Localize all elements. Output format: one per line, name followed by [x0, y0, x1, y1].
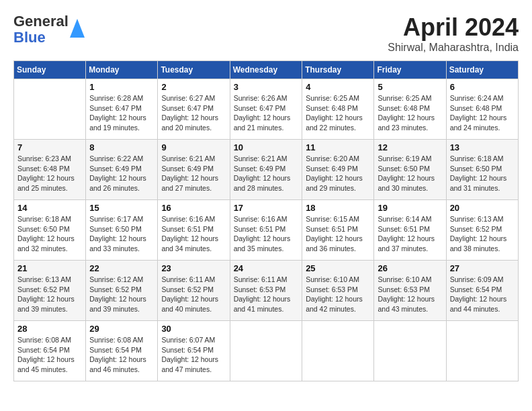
day-number: 8 — [89, 142, 154, 152]
calendar-header-wednesday: Wednesday — [230, 61, 302, 79]
day-number: 9 — [161, 142, 226, 152]
day-number: 21 — [17, 263, 82, 273]
day-number: 16 — [161, 203, 226, 213]
month-year-title: April 2024 — [388, 13, 519, 42]
calendar-week-row: 28Sunrise: 6:08 AM Sunset: 6:54 PM Dayli… — [14, 321, 519, 381]
calendar-cell: 30Sunrise: 6:07 AM Sunset: 6:54 PM Dayli… — [158, 321, 230, 381]
day-number: 7 — [17, 142, 82, 152]
day-number: 23 — [161, 263, 226, 273]
day-info: Sunrise: 6:13 AM Sunset: 6:52 PM Dayligh… — [450, 214, 515, 254]
calendar-cell — [230, 321, 302, 381]
calendar-cell: 2Sunrise: 6:27 AM Sunset: 6:47 PM Daylig… — [158, 79, 230, 140]
day-info: Sunrise: 6:28 AM Sunset: 6:47 PM Dayligh… — [89, 93, 154, 133]
day-info: Sunrise: 6:21 AM Sunset: 6:49 PM Dayligh… — [161, 154, 226, 193]
day-number: 13 — [450, 142, 515, 152]
calendar-cell: 20Sunrise: 6:13 AM Sunset: 6:52 PM Dayli… — [446, 200, 518, 261]
day-info: Sunrise: 6:08 AM Sunset: 6:54 PM Dayligh… — [89, 335, 154, 375]
day-number: 17 — [234, 203, 299, 213]
day-number: 28 — [17, 324, 82, 334]
day-info: Sunrise: 6:08 AM Sunset: 6:54 PM Dayligh… — [17, 335, 82, 375]
day-info: Sunrise: 6:17 AM Sunset: 6:50 PM Dayligh… — [89, 214, 154, 254]
day-number: 11 — [306, 142, 370, 152]
day-info: Sunrise: 6:25 AM Sunset: 6:48 PM Dayligh… — [378, 93, 442, 133]
logo-general: General — [13, 13, 69, 30]
calendar-cell: 3Sunrise: 6:26 AM Sunset: 6:47 PM Daylig… — [230, 79, 302, 140]
calendar-cell: 14Sunrise: 6:18 AM Sunset: 6:50 PM Dayli… — [14, 200, 86, 261]
calendar-cell: 17Sunrise: 6:16 AM Sunset: 6:51 PM Dayli… — [230, 200, 302, 261]
calendar-cell: 5Sunrise: 6:25 AM Sunset: 6:48 PM Daylig… — [374, 79, 446, 140]
location-subtitle: Shirwal, Maharashtra, India — [388, 42, 519, 54]
calendar-cell: 29Sunrise: 6:08 AM Sunset: 6:54 PM Dayli… — [86, 321, 158, 381]
day-number: 3 — [234, 82, 299, 92]
day-info: Sunrise: 6:09 AM Sunset: 6:54 PM Dayligh… — [450, 275, 515, 314]
calendar-cell: 12Sunrise: 6:19 AM Sunset: 6:50 PM Dayli… — [374, 140, 446, 200]
calendar-cell — [302, 321, 374, 381]
calendar-header-row: SundayMondayTuesdayWednesdayThursdayFrid… — [14, 61, 519, 79]
calendar-cell: 4Sunrise: 6:25 AM Sunset: 6:48 PM Daylig… — [302, 79, 374, 140]
day-number: 12 — [378, 142, 442, 152]
day-number: 30 — [161, 324, 226, 334]
calendar-cell: 1Sunrise: 6:28 AM Sunset: 6:47 PM Daylig… — [86, 79, 158, 140]
title-block: April 2024 Shirwal, Maharashtra, India — [388, 13, 519, 54]
calendar-table: SundayMondayTuesdayWednesdayThursdayFrid… — [13, 60, 519, 381]
logo: General Blue — [13, 13, 85, 46]
day-info: Sunrise: 6:26 AM Sunset: 6:47 PM Dayligh… — [234, 93, 299, 133]
day-number: 2 — [161, 82, 226, 92]
day-info: Sunrise: 6:25 AM Sunset: 6:48 PM Dayligh… — [306, 93, 370, 133]
day-info: Sunrise: 6:14 AM Sunset: 6:51 PM Dayligh… — [378, 214, 442, 254]
day-number: 22 — [89, 263, 154, 273]
day-number: 24 — [234, 263, 299, 273]
day-info: Sunrise: 6:27 AM Sunset: 6:47 PM Dayligh… — [161, 93, 226, 133]
calendar-cell: 15Sunrise: 6:17 AM Sunset: 6:50 PM Dayli… — [86, 200, 158, 261]
day-number: 29 — [89, 324, 154, 334]
calendar-cell — [446, 321, 518, 381]
day-info: Sunrise: 6:10 AM Sunset: 6:53 PM Dayligh… — [378, 275, 442, 314]
logo-icon — [70, 19, 85, 40]
calendar-cell: 13Sunrise: 6:18 AM Sunset: 6:50 PM Dayli… — [446, 140, 518, 200]
day-number: 1 — [89, 82, 154, 92]
page-header: General Blue April 2024 Shirwal, Maharas… — [13, 13, 519, 54]
calendar-cell: 6Sunrise: 6:24 AM Sunset: 6:48 PM Daylig… — [446, 79, 518, 140]
day-info: Sunrise: 6:15 AM Sunset: 6:51 PM Dayligh… — [306, 214, 370, 254]
day-number: 10 — [234, 142, 299, 152]
day-info: Sunrise: 6:12 AM Sunset: 6:52 PM Dayligh… — [89, 275, 154, 314]
calendar-cell: 7Sunrise: 6:23 AM Sunset: 6:48 PM Daylig… — [14, 140, 86, 200]
calendar-cell: 11Sunrise: 6:20 AM Sunset: 6:49 PM Dayli… — [302, 140, 374, 200]
calendar-week-row: 1Sunrise: 6:28 AM Sunset: 6:47 PM Daylig… — [14, 79, 519, 140]
calendar-cell: 21Sunrise: 6:13 AM Sunset: 6:52 PM Dayli… — [14, 261, 86, 321]
calendar-cell: 26Sunrise: 6:10 AM Sunset: 6:53 PM Dayli… — [374, 261, 446, 321]
day-info: Sunrise: 6:24 AM Sunset: 6:48 PM Dayligh… — [450, 93, 515, 133]
calendar-header-sunday: Sunday — [14, 61, 86, 79]
day-number: 5 — [378, 82, 442, 92]
day-number: 4 — [306, 82, 370, 92]
calendar-header-tuesday: Tuesday — [158, 61, 230, 79]
logo-blue: Blue — [13, 30, 69, 46]
day-info: Sunrise: 6:11 AM Sunset: 6:52 PM Dayligh… — [161, 275, 226, 314]
calendar-header-thursday: Thursday — [302, 61, 374, 79]
calendar-cell: 23Sunrise: 6:11 AM Sunset: 6:52 PM Dayli… — [158, 261, 230, 321]
day-info: Sunrise: 6:23 AM Sunset: 6:48 PM Dayligh… — [17, 154, 82, 193]
calendar-cell: 22Sunrise: 6:12 AM Sunset: 6:52 PM Dayli… — [86, 261, 158, 321]
day-info: Sunrise: 6:10 AM Sunset: 6:53 PM Dayligh… — [306, 275, 370, 314]
day-number: 14 — [17, 203, 82, 213]
calendar-cell: 19Sunrise: 6:14 AM Sunset: 6:51 PM Dayli… — [374, 200, 446, 261]
day-number: 15 — [89, 203, 154, 213]
day-info: Sunrise: 6:07 AM Sunset: 6:54 PM Dayligh… — [161, 335, 226, 375]
svg-marker-0 — [70, 19, 85, 38]
day-number: 19 — [378, 203, 442, 213]
day-info: Sunrise: 6:21 AM Sunset: 6:49 PM Dayligh… — [234, 154, 299, 193]
day-info: Sunrise: 6:16 AM Sunset: 6:51 PM Dayligh… — [234, 214, 299, 254]
calendar-cell: 9Sunrise: 6:21 AM Sunset: 6:49 PM Daylig… — [158, 140, 230, 200]
calendar-header-monday: Monday — [86, 61, 158, 79]
calendar-header-friday: Friday — [374, 61, 446, 79]
calendar-cell: 28Sunrise: 6:08 AM Sunset: 6:54 PM Dayli… — [14, 321, 86, 381]
calendar-week-row: 14Sunrise: 6:18 AM Sunset: 6:50 PM Dayli… — [14, 200, 519, 261]
calendar-cell: 25Sunrise: 6:10 AM Sunset: 6:53 PM Dayli… — [302, 261, 374, 321]
day-info: Sunrise: 6:20 AM Sunset: 6:49 PM Dayligh… — [306, 154, 370, 193]
calendar-week-row: 21Sunrise: 6:13 AM Sunset: 6:52 PM Dayli… — [14, 261, 519, 321]
calendar-cell: 24Sunrise: 6:11 AM Sunset: 6:53 PM Dayli… — [230, 261, 302, 321]
day-info: Sunrise: 6:13 AM Sunset: 6:52 PM Dayligh… — [17, 275, 82, 314]
day-number: 20 — [450, 203, 515, 213]
calendar-cell — [374, 321, 446, 381]
calendar-header-saturday: Saturday — [446, 61, 518, 79]
